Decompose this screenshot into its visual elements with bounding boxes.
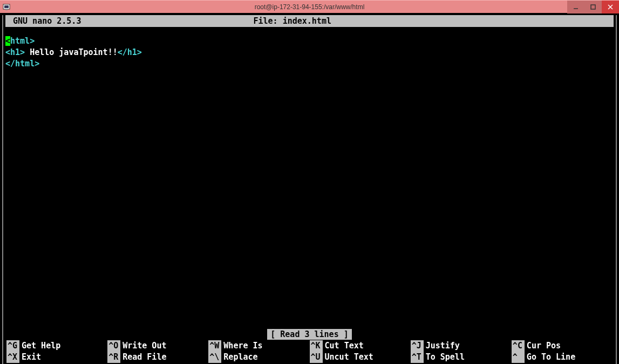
shortcut-replace: ^\Replace	[208, 352, 309, 363]
code-tag: </html>	[5, 59, 39, 68]
code-tag: html>	[10, 36, 35, 46]
svg-rect-4	[591, 5, 595, 9]
terminal[interactable]: GNU nano 2.5.3 File: index.html <html> <…	[0, 15, 619, 364]
svg-rect-2	[5, 9, 8, 10]
shortcut-read-file: ^RRead File	[107, 352, 208, 363]
nano-app-label: GNU nano 2.5.3	[8, 15, 81, 27]
window-titlebar: root@ip-172-31-94-155:/var/www/html	[0, 0, 619, 13]
svg-rect-1	[4, 5, 9, 8]
maximize-button[interactable]	[584, 1, 602, 13]
shortcut-where-is: ^WWhere Is	[208, 340, 309, 352]
shortcut-cut-text: ^KCut Text	[310, 340, 411, 352]
nano-titlebar: GNU nano 2.5.3 File: index.html	[5, 15, 614, 27]
cursor: <	[5, 36, 10, 46]
shortcut-go-to-line: ^ Go To Line	[512, 352, 613, 363]
window-title: root@ip-172-31-94-155:/var/www/html	[255, 3, 365, 11]
shortcut-row-1: ^GGet Help ^OWrite Out ^WWhere Is ^KCut …	[6, 340, 613, 352]
shortcut-write-out: ^OWrite Out	[107, 340, 208, 352]
shortcut-row-2: ^XExit ^RRead File ^\Replace ^UUncut Tex…	[6, 352, 613, 363]
code-tag: <h1>	[5, 47, 25, 57]
window-controls	[567, 1, 619, 13]
code-tag: </h1>	[118, 47, 142, 57]
code-text: Hello javaTpoint!!	[25, 47, 118, 57]
shortcut-uncut-text: ^UUncut Text	[310, 352, 411, 363]
nano-status-text: [ Read 3 lines ]	[267, 329, 352, 340]
close-button[interactable]	[602, 1, 619, 13]
shortcut-to-spell: ^TTo Spell	[411, 352, 512, 363]
minimize-button[interactable]	[567, 1, 584, 13]
shortcut-cur-pos: ^CCur Pos	[512, 340, 613, 352]
shortcut-justify: ^JJustify	[411, 340, 512, 352]
shortcut-exit: ^XExit	[6, 352, 107, 363]
shortcut-get-help: ^GGet Help	[6, 340, 107, 352]
editor-content[interactable]: <html> <h1> Hello javaTpoint!!</h1> </ht…	[3, 27, 616, 70]
nano-file-label: File: index.html	[253, 15, 439, 27]
putty-icon	[2, 3, 11, 11]
shortcut-bar: ^GGet Help ^OWrite Out ^WWhere Is ^KCut …	[6, 340, 613, 363]
nano-status-line: [ Read 3 lines ]	[3, 329, 616, 339]
